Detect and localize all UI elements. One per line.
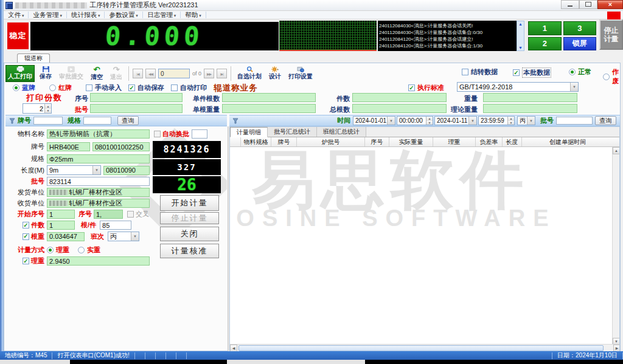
blue-plate-radio-group[interactable]: 蓝牌 [13,83,35,92]
total-bars-field[interactable] [352,104,447,113]
col-grade[interactable]: 牌号 [271,137,297,146]
theory-weight-field[interactable] [483,104,577,113]
col-heat-batch[interactable]: 炉批号 [297,137,365,146]
stepper-arrows[interactable]: ▲▼ [426,117,433,125]
grade-code-field[interactable]: 0801001002250 [92,142,150,151]
col-created-time[interactable]: 创建单据时间 [522,137,613,146]
per-piece-field[interactable]: 85 [100,221,131,230]
carryover-checkbox[interactable] [462,69,468,75]
date-from-combo[interactable]: 2024-01-01 ▼ [353,116,395,125]
batch-query-input[interactable] [556,117,593,125]
stop-measure-button[interactable]: 停止计量 [599,19,623,50]
menu-settings[interactable]: 参数设置 [105,12,142,18]
red-plate-radio-group[interactable]: 红牌 [49,83,72,92]
length-combo[interactable]: 9m ▼ [47,165,101,175]
auto-batch-checkbox[interactable] [154,131,161,137]
select-plan-button[interactable]: 自选计划 [235,65,264,82]
this-batch-checkbox-group[interactable]: 本批数据 [513,67,551,78]
shift-combo[interactable]: 丙 ▼ [517,116,535,125]
col-length[interactable]: 长度 [503,137,522,146]
void-radio[interactable] [603,74,610,80]
save-button[interactable]: 保存 [37,65,54,82]
start-seq-field[interactable]: 1 [47,210,75,219]
stepper-arrows[interactable]: ▲▼ [507,117,514,125]
batch-no-field[interactable]: 823114 [47,177,150,186]
message-log[interactable]: 240112084030<消息>:计量服务器会话关闭! 240112084030… [378,21,517,51]
method-actual-radio[interactable] [78,247,85,253]
grade-field[interactable]: HRB400E [47,142,90,151]
print-setup-button[interactable]: 打印设置 [286,65,315,82]
scroll-left-icon[interactable]: ◀ [230,345,237,352]
theory-checkbox[interactable] [23,258,29,264]
col-actual-weight[interactable]: 实际重量 [389,137,433,146]
verify-measure-button[interactable]: 计量核准 [160,244,219,258]
auto-save-checkbox-group[interactable]: 自动保存 [128,83,164,92]
close-action-button[interactable]: 关闭 [160,227,219,241]
standard-checkbox-group[interactable]: 执行标准 [408,83,444,92]
grade-query-input[interactable] [33,117,63,125]
normal-radio-group[interactable]: 正常 [569,67,591,77]
log-scrollbar[interactable]: ▲ ▼ [517,21,524,51]
manual-entry-checkbox[interactable] [86,84,92,91]
menu-logs[interactable]: 日志管理 [143,12,181,18]
pieces-checkbox[interactable] [23,222,29,228]
auto-save-checkbox[interactable] [128,84,135,91]
this-batch-checkbox[interactable] [513,69,520,76]
col-seq[interactable]: 序号 [365,137,389,146]
bars-per-piece-field[interactable] [222,93,316,102]
menu-reports[interactable]: 统计报表 [67,12,105,18]
carryover-checkbox-group[interactable]: 结转数据 [462,67,498,77]
length-code-field[interactable]: 08010090 [103,166,150,175]
scroll-down-icon[interactable]: ▼ [518,45,523,50]
chevron-down-icon[interactable]: ▼ [570,83,578,91]
time-from-stepper[interactable]: 00:00:00 ▲▼ [397,116,433,125]
manual-print-button[interactable]: 人工打印 [5,65,35,82]
preset-button-3[interactable]: 3 [563,21,597,35]
menu-help[interactable]: 帮助 [181,12,206,18]
tab-batch-summary[interactable]: 批号汇总统计 [268,127,317,137]
col-deviation[interactable]: 负差率 [476,137,503,146]
time-to-stepper[interactable]: 23:59:59 ▲▼ [478,116,515,125]
spec-query-input[interactable] [83,117,111,125]
horizontal-scrollbar[interactable]: ◀ ▶ [230,344,620,351]
bar-weight-checkbox[interactable] [23,233,29,240]
table-body[interactable]: 易思软件 EOSINE SOFTWARE [230,147,619,345]
close-button[interactable]: × [597,0,623,9]
design-button[interactable]: 设计 [266,65,284,82]
nav-record-input[interactable]: 0 [158,69,190,78]
restore-button[interactable] [579,0,597,9]
left-query-button[interactable]: 查询 [117,116,139,125]
chevron-down-icon[interactable]: ▼ [527,117,535,125]
chevron-down-icon[interactable]: ▼ [387,117,395,125]
normal-radio[interactable] [569,69,576,75]
right-query-button[interactable]: 查询 [595,116,616,125]
pieces-entry-field[interactable]: 1 [47,221,75,230]
blue-plate-radio[interactable] [13,84,19,91]
sender-field[interactable]: 轧钢厂棒材作业区 [47,188,150,197]
tab-roller-scale[interactable]: 辊道称 [17,53,50,63]
menu-file[interactable]: 文件 [4,12,29,18]
clear-button[interactable]: ↶ 清空 [88,65,105,82]
batch-field[interactable] [90,104,183,113]
vertical-scrollbar[interactable]: ▲ ▼ [612,147,619,345]
tab-team-summary[interactable]: 班组汇总统计 [317,127,366,137]
chevron-down-icon[interactable]: ▼ [468,117,476,125]
standard-checkbox[interactable] [408,84,415,91]
print-copies-stepper[interactable]: 2 ▲▼ [23,103,52,114]
minimize-button[interactable] [561,0,579,9]
scroll-up-icon[interactable]: ▲ [613,147,620,154]
method-theory-radio[interactable] [47,247,54,253]
seq2-field[interactable]: 1, [94,210,123,219]
scroll-up-icon[interactable]: ▲ [518,21,523,27]
material-field[interactable]: 热轧带肋钢筋（抗震） [47,129,150,139]
date-to-combo[interactable]: 2024-01-11 ▼ [434,116,477,125]
auto-print-checkbox-group[interactable]: 自动打印 [171,83,207,92]
col-material-spec[interactable]: 物料规格 [241,137,271,146]
auto-print-checkbox[interactable] [171,84,178,91]
preset-button-2[interactable]: 2 [528,37,562,51]
chevron-down-icon[interactable]: ▼ [131,232,139,241]
chevron-down-icon[interactable]: ▼ [92,166,100,174]
col-theory-weight[interactable]: 理重 [433,137,476,146]
weight-field[interactable] [483,93,577,102]
stepper-arrows[interactable]: ▲▼ [44,104,51,113]
